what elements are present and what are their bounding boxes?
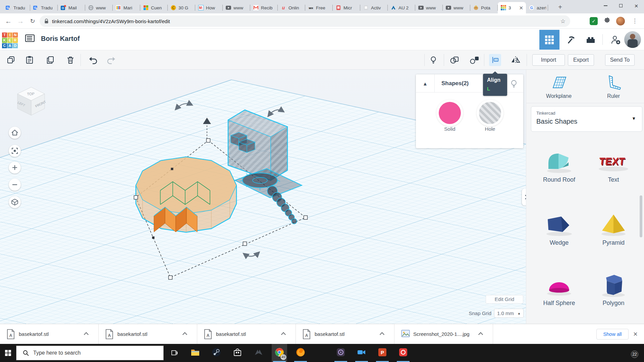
copy-button[interactable] xyxy=(6,55,16,65)
group-button[interactable] xyxy=(449,55,460,65)
browser-tab-20[interactable]: Gazert xyxy=(526,2,548,13)
new-tab-button[interactable]: + xyxy=(555,3,565,12)
fit-view-button[interactable] xyxy=(9,145,21,157)
panel-collapse-button[interactable]: ▲ xyxy=(416,74,435,93)
shape-half-sphere[interactable]: Half Sphere xyxy=(536,271,583,307)
viewcube-top-label[interactable]: TOP xyxy=(27,92,35,96)
shape-pyramid[interactable]: Pyramid xyxy=(590,210,637,246)
perspective-toggle-button[interactable] xyxy=(9,196,21,208)
hole-swatch[interactable] xyxy=(479,102,501,124)
design-title[interactable]: Boris Kartof xyxy=(41,35,80,43)
browser-tab-16[interactable]: www xyxy=(415,2,443,13)
solid-swatch[interactable] xyxy=(439,102,461,124)
browser-tab-17[interactable]: www xyxy=(443,2,470,13)
address-bar[interactable]: tinkercad.com/things/4V2zArSWy9m-boris-k… xyxy=(40,15,570,27)
taskbar-app-chrome[interactable]: 49 xyxy=(272,344,287,362)
show-hidden-button[interactable] xyxy=(428,55,439,65)
browser-tab-13[interactable]: Micr xyxy=(333,2,360,13)
shape-polygon[interactable]: Polygon xyxy=(590,271,637,307)
taskbar-app-firefox[interactable] xyxy=(293,344,308,362)
close-downloads-bar-button[interactable]: × xyxy=(633,329,638,339)
download-item-4[interactable]: Abasekartof.stl xyxy=(296,324,394,344)
duplicate-button[interactable] xyxy=(45,55,56,65)
redo-button[interactable] xyxy=(106,55,117,65)
blocks-view-button[interactable] xyxy=(539,30,559,50)
zoom-in-button[interactable] xyxy=(9,162,21,174)
reload-button[interactable]: ↻ xyxy=(27,13,38,29)
tinkercad-logo[interactable]: TINKERCAD xyxy=(2,33,18,48)
extensions-puzzle-icon[interactable] xyxy=(604,17,611,26)
home-view-button[interactable] xyxy=(9,127,21,139)
view-cube[interactable]: TOP LEFT FRONT xyxy=(13,80,50,118)
align-button[interactable] xyxy=(489,54,501,66)
forward-button[interactable]: → xyxy=(15,13,26,29)
browser-tab-12[interactable]: WIXFree xyxy=(305,2,333,13)
browser-tab-10[interactable]: Recib xyxy=(250,2,278,13)
browser-tab-2[interactable]: GTradu xyxy=(30,2,58,13)
extension-check-icon[interactable]: ✓ xyxy=(590,17,598,25)
start-button[interactable] xyxy=(0,344,16,362)
import-button[interactable]: Import xyxy=(532,54,565,66)
tab-close-icon[interactable]: ✕ xyxy=(518,5,524,10)
invite-people-button[interactable] xyxy=(606,30,625,50)
ruler-tool[interactable]: Ruler xyxy=(593,74,634,99)
ungroup-button[interactable] xyxy=(469,55,480,65)
mirror-button[interactable] xyxy=(510,55,521,65)
shape-wedge[interactable]: Wedge xyxy=(536,210,583,246)
browser-tab-18[interactable]: Pota xyxy=(470,2,498,13)
sidebar-scrollbar[interactable] xyxy=(640,195,642,237)
export-button[interactable]: Export xyxy=(568,54,594,66)
bookmark-star-icon[interactable]: ☆ xyxy=(560,18,566,25)
undo-button[interactable] xyxy=(88,55,98,65)
browser-tab-7[interactable]: C30 G xyxy=(168,2,195,13)
taskbar-app-powerpoint[interactable]: P xyxy=(375,344,390,362)
snap-grid-select[interactable]: 1.0 mm ▲ xyxy=(494,309,524,318)
download-menu-caret-icon[interactable] xyxy=(182,332,187,337)
download-menu-caret-icon[interactable] xyxy=(281,332,286,337)
designs-menu-icon[interactable] xyxy=(25,35,35,42)
user-avatar[interactable] xyxy=(624,31,641,48)
browser-tab-3[interactable]: OMail xyxy=(58,2,85,13)
minimize-button[interactable] xyxy=(598,0,613,11)
browser-tab-5[interactable]: Mari xyxy=(113,2,140,13)
browser-tab-14[interactable]: Activ xyxy=(360,2,388,13)
download-item-5[interactable]: Screenshot_2020-1....jpg xyxy=(394,324,493,344)
browser-tab-19[interactable]: 3✕ xyxy=(498,2,526,13)
search-input[interactable] xyxy=(33,350,143,356)
browser-tab-1[interactable]: GTradu xyxy=(3,2,30,13)
browser-tab-4[interactable]: www xyxy=(85,2,113,13)
browser-menu-icon[interactable]: ⋮ xyxy=(632,17,638,25)
download-menu-caret-icon[interactable] xyxy=(84,332,89,337)
browser-tab-15[interactable]: AU 2 xyxy=(388,2,415,13)
taskbar-app-red[interactable] xyxy=(395,344,411,362)
delete-button[interactable] xyxy=(65,55,76,65)
taskbar-app-camera[interactable] xyxy=(354,344,369,362)
paste-button[interactable] xyxy=(24,55,35,65)
taskbar-search[interactable] xyxy=(16,346,164,360)
workplane-tool[interactable]: Workplane xyxy=(539,74,579,99)
edit-grid-button[interactable]: Edit Grid xyxy=(486,295,523,304)
browser-tab-9[interactable]: www xyxy=(223,2,250,13)
download-item-1[interactable]: Abasekartof.stl xyxy=(0,324,99,344)
send-to-button[interactable]: Send To xyxy=(605,54,635,66)
hide-selected-icon[interactable] xyxy=(510,79,518,90)
zoom-out-button[interactable] xyxy=(9,179,21,191)
minecraft-export-button[interactable] xyxy=(561,30,581,50)
taskbar-app-store[interactable] xyxy=(230,344,245,362)
shape-round-roof[interactable]: Round Roof xyxy=(536,147,583,183)
shape-text[interactable]: TEXTTEXTText xyxy=(590,147,637,183)
browser-tab-8[interactable]: M:How xyxy=(195,2,223,13)
shape-library-select[interactable]: Tinkercad Basic Shapes ▼ xyxy=(531,106,642,132)
taskbar-app-purple[interactable] xyxy=(333,344,348,362)
taskbar-app-game[interactable] xyxy=(251,344,266,362)
download-menu-caret-icon[interactable] xyxy=(478,332,483,337)
browser-tab-6[interactable]: Cuen xyxy=(140,2,168,13)
taskbar-app-explorer[interactable] xyxy=(187,344,203,362)
brick-export-button[interactable] xyxy=(581,30,600,50)
browser-profile-avatar[interactable] xyxy=(616,17,625,25)
close-window-button[interactable]: × xyxy=(629,0,644,11)
task-view-button[interactable] xyxy=(167,344,182,362)
download-item-2[interactable]: Abasekartof.stl xyxy=(99,324,197,344)
maximize-button[interactable] xyxy=(613,0,629,11)
back-button[interactable]: ← xyxy=(3,13,14,29)
